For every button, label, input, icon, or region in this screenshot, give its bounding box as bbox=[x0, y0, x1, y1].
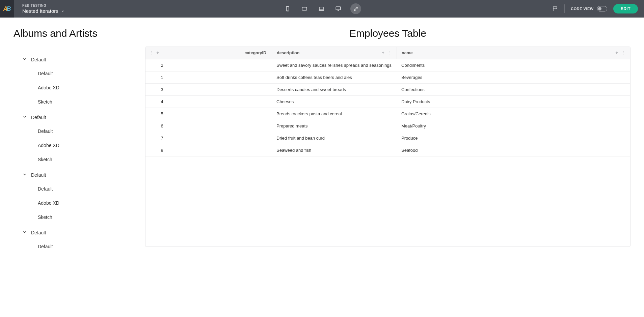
column-header-name[interactable]: name bbox=[397, 47, 630, 59]
device-mobile-button[interactable] bbox=[283, 4, 292, 13]
cell-name: Dairy Products bbox=[397, 96, 630, 108]
tree-group-header[interactable]: Default bbox=[14, 53, 115, 66]
tree-leaf[interactable]: Adobe XD bbox=[38, 196, 115, 210]
employees-heading: Employees Table bbox=[145, 28, 630, 39]
table-row[interactable]: 4CheesesDairy Products bbox=[145, 96, 630, 108]
tree-group: DefaultDefaultAdobe XDSketch bbox=[14, 110, 115, 167]
tree: DefaultDefaultAdobe XDSketchDefaultDefau… bbox=[14, 53, 115, 254]
tree-group: DefaultDefaultAdobe XDSketch bbox=[14, 53, 115, 109]
cell-name: Grains/Cereals bbox=[397, 108, 630, 120]
svg-point-20 bbox=[623, 54, 624, 55]
tree-group-label: Default bbox=[31, 57, 46, 62]
fullscreen-button[interactable] bbox=[350, 3, 361, 14]
svg-rect-3 bbox=[319, 7, 323, 10]
cell-description: Soft drinks coffees teas beers and ales bbox=[272, 71, 397, 83]
cell-description: Desserts candies and sweet breads bbox=[272, 84, 397, 95]
divider bbox=[564, 4, 565, 13]
page-title-dropdown[interactable]: Nested Iterators bbox=[22, 8, 64, 14]
tree-group-header[interactable]: Default bbox=[14, 168, 115, 182]
device-desktop-button[interactable] bbox=[333, 4, 343, 13]
tree-leaf[interactable]: Adobe XD bbox=[38, 138, 115, 152]
table-row[interactable]: 1Soft drinks coffees teas beers and ales… bbox=[145, 71, 630, 84]
column-label: description bbox=[277, 51, 299, 55]
tree-group-header[interactable]: Default bbox=[14, 110, 115, 124]
cell-description: Breads crackers pasta and cereal bbox=[272, 108, 397, 120]
device-tablet-landscape-button[interactable] bbox=[300, 4, 309, 13]
code-view-label: CODE VIEW bbox=[571, 7, 593, 11]
svg-point-19 bbox=[623, 53, 624, 53]
svg-point-10 bbox=[151, 53, 152, 53]
code-view-toggle[interactable] bbox=[597, 6, 607, 11]
table-row[interactable]: 3Desserts candies and sweet breadsConfec… bbox=[145, 84, 630, 96]
cell-categoryID: 4 bbox=[145, 96, 272, 108]
table-row[interactable]: 8Seaweed and fishSeafood bbox=[145, 144, 630, 156]
table-row[interactable]: 5Breads crackers pasta and cerealGrains/… bbox=[145, 108, 630, 120]
cell-categoryID: 8 bbox=[145, 144, 272, 156]
cell-name: Condiments bbox=[397, 59, 630, 71]
canvas: Albums and Artists DefaultDefaultAdobe X… bbox=[0, 18, 644, 317]
cell-description: Seaweed and fish bbox=[272, 144, 397, 156]
cell-name: Beverages bbox=[397, 71, 630, 83]
tree-children: DefaultAdobe XDSketch bbox=[14, 66, 115, 109]
arrow-up-icon[interactable] bbox=[156, 51, 160, 55]
cell-description: Dried fruit and bean curd bbox=[272, 132, 397, 144]
albums-tree-section: Albums and Artists DefaultDefaultAdobe X… bbox=[14, 28, 115, 255]
chevron-down-icon bbox=[22, 57, 27, 62]
svg-point-18 bbox=[623, 52, 624, 52]
column-label: categoryID bbox=[244, 51, 266, 55]
app-logo[interactable]: AB bbox=[0, 0, 14, 18]
tree-children: Default bbox=[14, 239, 115, 254]
cell-name: Confections bbox=[397, 84, 630, 95]
svg-point-11 bbox=[151, 54, 152, 55]
edit-button[interactable]: EDIT bbox=[613, 4, 638, 13]
tree-group: DefaultDefaultAdobe XDSketch bbox=[14, 168, 115, 224]
kebab-menu-icon[interactable] bbox=[621, 51, 625, 55]
tree-leaf[interactable]: Adobe XD bbox=[38, 81, 115, 95]
tree-leaf[interactable]: Sketch bbox=[38, 95, 115, 109]
cell-description: Prepared meats bbox=[272, 120, 397, 132]
tree-leaf[interactable]: Default bbox=[38, 124, 115, 138]
cell-name: Seafood bbox=[397, 144, 630, 156]
cell-description: Sweet and savory sauces relishes spreads… bbox=[272, 59, 397, 71]
svg-point-16 bbox=[390, 54, 390, 55]
flag-button[interactable] bbox=[552, 6, 558, 12]
svg-rect-5 bbox=[336, 7, 341, 10]
cell-categoryID: 3 bbox=[145, 84, 272, 95]
tree-group-header[interactable]: Default bbox=[14, 226, 115, 239]
device-laptop-button[interactable] bbox=[317, 4, 326, 13]
cell-categoryID: 5 bbox=[145, 108, 272, 120]
table-row[interactable]: 7Dried fruit and bean curdProduce bbox=[145, 132, 630, 144]
arrow-up-icon[interactable] bbox=[381, 51, 385, 55]
cell-description: Cheeses bbox=[272, 96, 397, 108]
topbar: AB FEB TESTING Nested Iterators bbox=[0, 0, 644, 18]
tree-leaf[interactable]: Default bbox=[38, 239, 115, 254]
column-header-description[interactable]: description bbox=[272, 47, 397, 59]
tree-leaf[interactable]: Sketch bbox=[38, 210, 115, 224]
tree-leaf[interactable]: Default bbox=[38, 182, 115, 196]
tree-group-label: Default bbox=[31, 115, 46, 120]
employees-table-section: Employees Table categoryID bbox=[145, 28, 630, 247]
svg-line-8 bbox=[354, 7, 357, 10]
table-row[interactable]: 6Prepared meatsMeat/Poultry bbox=[145, 120, 630, 132]
grid-header: categoryID description bbox=[145, 47, 630, 59]
arrow-up-icon[interactable] bbox=[615, 51, 619, 55]
tree-group-label: Default bbox=[31, 230, 46, 235]
workspace-name[interactable]: FEB TESTING bbox=[22, 4, 64, 7]
table-row[interactable]: 2Sweet and savory sauces relishes spread… bbox=[145, 59, 630, 71]
svg-point-14 bbox=[390, 52, 390, 52]
kebab-menu-icon[interactable] bbox=[388, 51, 392, 55]
cell-categoryID: 2 bbox=[145, 59, 272, 71]
svg-point-9 bbox=[151, 52, 152, 52]
tree-leaf[interactable]: Sketch bbox=[38, 152, 115, 167]
albums-heading: Albums and Artists bbox=[14, 28, 115, 39]
kebab-menu-icon[interactable] bbox=[150, 51, 154, 55]
logo-icon: AB bbox=[3, 5, 11, 12]
cell-categoryID: 1 bbox=[145, 71, 272, 83]
svg-rect-2 bbox=[302, 7, 307, 10]
column-header-categoryID[interactable]: categoryID bbox=[145, 47, 272, 59]
data-grid: categoryID description bbox=[145, 47, 630, 247]
chevron-down-icon bbox=[22, 172, 27, 178]
svg-point-15 bbox=[390, 53, 390, 53]
tree-leaf[interactable]: Default bbox=[38, 66, 115, 81]
title-group: FEB TESTING Nested Iterators bbox=[14, 4, 64, 14]
